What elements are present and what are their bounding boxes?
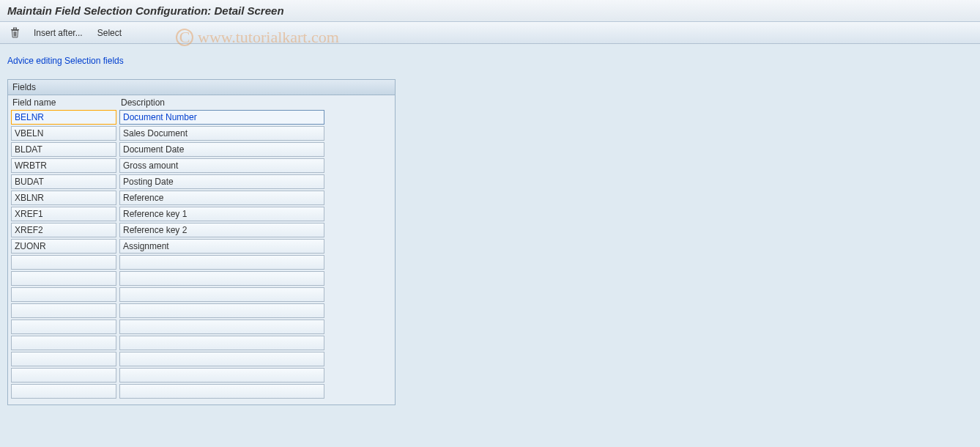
- field-description-cell[interactable]: [119, 319, 324, 334]
- grid-body: BELNRDocument NumberVBELNSales DocumentB…: [8, 110, 395, 402]
- table-row[interactable]: [11, 319, 392, 334]
- table-row[interactable]: [11, 287, 392, 302]
- field-name-cell[interactable]: ZUONR: [11, 239, 116, 254]
- field-name-cell[interactable]: [11, 319, 116, 334]
- table-row[interactable]: [11, 384, 392, 399]
- field-description-cell[interactable]: [119, 368, 324, 383]
- field-description-cell[interactable]: Gross amount: [119, 158, 324, 173]
- table-row[interactable]: XBLNRReference: [11, 191, 392, 205]
- panel-title: Fields: [8, 80, 395, 95]
- select-button[interactable]: Select: [94, 26, 125, 40]
- field-name-cell[interactable]: [11, 271, 116, 286]
- svg-rect-1: [13, 28, 16, 29]
- table-row[interactable]: [11, 271, 392, 286]
- toolbar: Insert after... Select: [0, 22, 980, 44]
- table-row[interactable]: BLDATDocument Date: [11, 142, 392, 157]
- field-name-cell[interactable]: [11, 384, 116, 399]
- table-row[interactable]: XREF2Reference key 2: [11, 223, 392, 237]
- table-row[interactable]: ZUONRAssignment: [11, 239, 392, 254]
- field-name-cell[interactable]: BLDAT: [11, 142, 116, 157]
- field-description-cell[interactable]: [119, 303, 324, 318]
- table-row[interactable]: WRBTRGross amount: [11, 158, 392, 173]
- field-description-cell[interactable]: [119, 255, 324, 270]
- table-row[interactable]: [11, 368, 392, 383]
- table-row[interactable]: [11, 352, 392, 366]
- field-description-cell[interactable]: [119, 352, 324, 366]
- page-title: Maintain Field Selection Configuration: …: [7, 4, 284, 17]
- field-name-cell[interactable]: [11, 352, 116, 366]
- field-name-cell[interactable]: [11, 287, 116, 302]
- insert-after-button[interactable]: Insert after...: [31, 26, 86, 40]
- field-description-cell[interactable]: Document Number: [119, 110, 324, 125]
- table-row[interactable]: BELNRDocument Number: [11, 110, 392, 125]
- field-name-cell[interactable]: BUDAT: [11, 174, 116, 189]
- table-row[interactable]: VBELNSales Document: [11, 126, 392, 141]
- field-description-cell[interactable]: Reference key 1: [119, 207, 324, 221]
- field-name-cell[interactable]: [11, 336, 116, 350]
- trash-icon: [10, 27, 20, 38]
- field-name-cell[interactable]: VBELN: [11, 126, 116, 141]
- field-description-cell[interactable]: [119, 336, 324, 350]
- field-name-cell[interactable]: XBLNR: [11, 191, 116, 205]
- field-name-cell[interactable]: WRBTR: [11, 158, 116, 173]
- field-description-cell[interactable]: Reference key 2: [119, 223, 324, 237]
- field-description-cell[interactable]: [119, 287, 324, 302]
- field-name-cell[interactable]: BELNR: [11, 110, 116, 125]
- table-row[interactable]: BUDATPosting Date: [11, 174, 392, 189]
- field-description-cell[interactable]: Posting Date: [119, 174, 324, 189]
- field-name-cell[interactable]: XREF1: [11, 207, 116, 221]
- table-row[interactable]: [11, 255, 392, 270]
- grid-header-row: Field name Description: [8, 95, 395, 110]
- column-header-description: Description: [119, 97, 392, 108]
- field-description-cell[interactable]: [119, 384, 324, 399]
- table-row[interactable]: XREF1Reference key 1: [11, 207, 392, 221]
- field-description-cell[interactable]: [119, 271, 324, 286]
- delete-button[interactable]: [7, 26, 22, 40]
- column-header-name: Field name: [11, 97, 119, 108]
- field-name-cell[interactable]: [11, 303, 116, 318]
- field-description-cell[interactable]: Document Date: [119, 142, 324, 157]
- table-row[interactable]: [11, 336, 392, 350]
- field-description-cell[interactable]: Reference: [119, 191, 324, 205]
- field-name-cell[interactable]: XREF2: [11, 223, 116, 237]
- title-bar: Maintain Field Selection Configuration: …: [0, 0, 980, 22]
- field-name-cell[interactable]: [11, 368, 116, 383]
- fields-panel: Fields Field name Description BELNRDocum…: [7, 79, 396, 405]
- field-description-cell[interactable]: Assignment: [119, 239, 324, 254]
- subheading: Advice editing Selection fields: [7, 56, 973, 66]
- content-area: Advice editing Selection fields Fields F…: [0, 44, 980, 413]
- field-name-cell[interactable]: [11, 255, 116, 270]
- field-description-cell[interactable]: Sales Document: [119, 126, 324, 141]
- table-row[interactable]: [11, 303, 392, 318]
